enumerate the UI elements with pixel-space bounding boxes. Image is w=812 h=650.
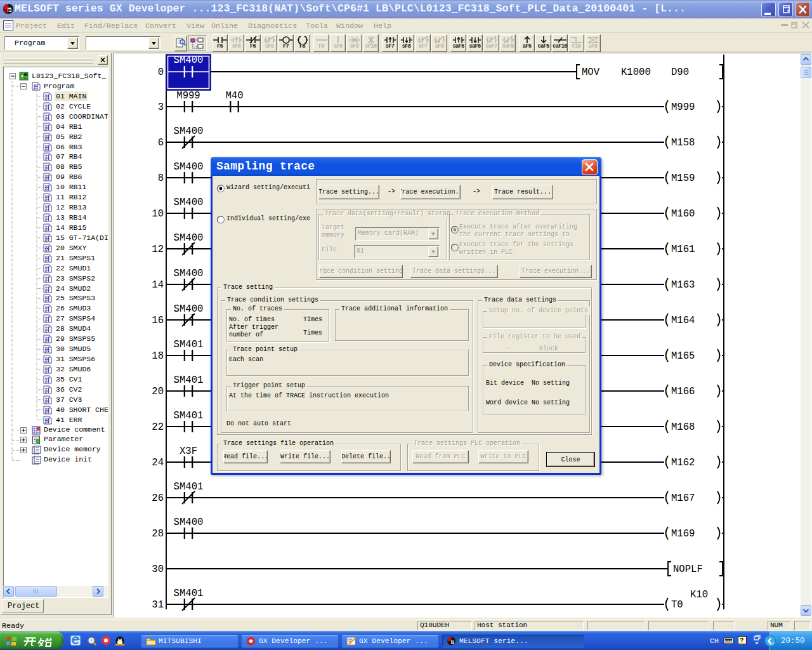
svg-text:?: ? (740, 637, 743, 644)
svg-text:P: P (8, 8, 11, 13)
svg-text:SM401: SM401 (174, 481, 204, 493)
svg-text:SM401: SM401 (174, 588, 204, 599)
svg-text:10: 10 (152, 208, 164, 220)
svg-text:SM400: SM400 (174, 232, 204, 244)
svg-text:SM400: SM400 (174, 197, 204, 208)
svg-text:8: 8 (158, 173, 164, 184)
svg-text:M159: M159 (671, 173, 695, 184)
svg-text:31: 31 (152, 599, 164, 611)
svg-text:P: P (452, 640, 454, 645)
svg-text:22: 22 (152, 421, 164, 433)
svg-text:M161: M161 (671, 244, 695, 255)
svg-text:M166: M166 (671, 386, 695, 397)
svg-text:SM400: SM400 (174, 517, 204, 528)
svg-text:6: 6 (158, 137, 164, 149)
svg-text:K10: K10 (690, 589, 708, 600)
svg-text:18: 18 (152, 350, 164, 362)
svg-text:M167: M167 (671, 493, 695, 504)
svg-text:16: 16 (152, 315, 164, 326)
svg-text:SM401: SM401 (174, 410, 204, 421)
svg-text:28: 28 (152, 528, 164, 540)
svg-text:X3F: X3F (180, 446, 197, 457)
svg-text:M162: M162 (671, 457, 695, 468)
svg-text:SM400: SM400 (174, 55, 204, 66)
svg-text:SM400: SM400 (174, 161, 204, 173)
svg-text:26: 26 (152, 493, 164, 504)
svg-text:SM400: SM400 (174, 303, 204, 315)
svg-text:M999: M999 (176, 90, 200, 102)
svg-text:3: 3 (158, 102, 164, 113)
svg-text:M165: M165 (671, 350, 695, 362)
svg-text:NOPLF: NOPLF (673, 564, 703, 575)
svg-text:M163: M163 (671, 279, 695, 291)
svg-text:SM401: SM401 (174, 375, 204, 386)
svg-text:SM400: SM400 (174, 126, 204, 137)
svg-text:T0: T0 (671, 599, 683, 611)
svg-text:M169: M169 (671, 528, 695, 540)
svg-text:M158: M158 (671, 137, 695, 149)
svg-text:MOV: MOV (582, 67, 600, 78)
svg-text:20: 20 (152, 386, 164, 397)
svg-text:M40: M40 (225, 90, 243, 102)
svg-text:SM401: SM401 (174, 339, 204, 350)
svg-text:12: 12 (152, 244, 164, 255)
svg-text:K1000: K1000 (621, 67, 651, 78)
svg-text:M160: M160 (671, 208, 695, 220)
svg-text:14: 14 (152, 279, 164, 291)
svg-text:M999: M999 (671, 102, 695, 113)
svg-text:30: 30 (152, 564, 164, 575)
svg-text:M168: M168 (671, 421, 695, 433)
svg-text:D90: D90 (671, 67, 689, 78)
svg-text:0: 0 (158, 67, 164, 78)
svg-text:SM400: SM400 (174, 268, 204, 279)
svg-text:M164: M164 (671, 315, 695, 326)
svg-text:24: 24 (152, 457, 164, 468)
